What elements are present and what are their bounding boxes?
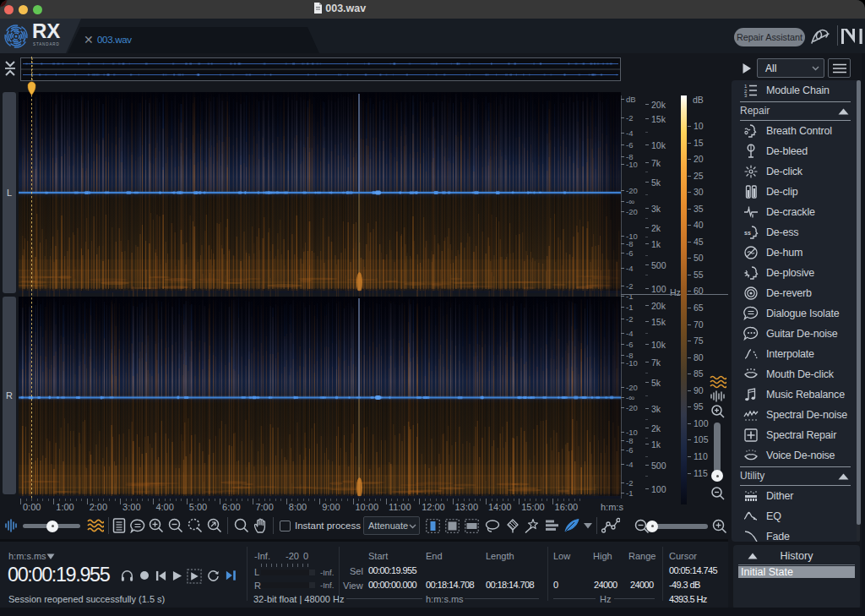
svg-text:3: 3 <box>744 93 748 98</box>
svg-text:ss: ss <box>744 230 751 236</box>
